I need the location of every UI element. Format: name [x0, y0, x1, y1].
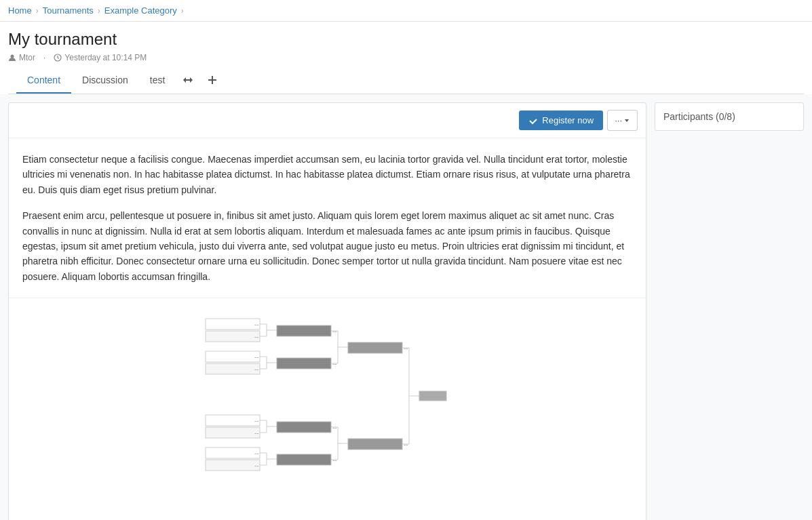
svg-text:--: -- — [254, 449, 259, 457]
tab-content[interactable]: Content — [16, 68, 71, 94]
author-meta: Mtor — [8, 53, 35, 62]
page-header: My tournament Mtor · Yesterday at 10:14 … — [0, 22, 812, 94]
sidebar: Participants (0/8) — [655, 102, 804, 520]
paragraph-1: Etiam consectetur neque a facilisis cong… — [22, 152, 632, 197]
breadcrumb-tournaments[interactable]: Tournaments — [43, 5, 94, 16]
svg-rect-52 — [348, 342, 402, 353]
svg-rect-28 — [277, 325, 331, 336]
user-icon — [8, 54, 16, 62]
checkmark-icon — [528, 116, 538, 125]
svg-rect-46 — [277, 454, 331, 465]
page-meta: Mtor · Yesterday at 10:14 PM — [8, 53, 804, 62]
svg-rect-30 — [277, 358, 331, 369]
breadcrumb: Home › Tournaments › Example Category › — [0, 0, 812, 22]
tabs-bar: Content Discussion test — [8, 68, 804, 94]
svg-rect-18 — [206, 460, 260, 471]
text-content: Etiam consectetur neque a facilisis cong… — [9, 138, 646, 298]
breadcrumb-sep-1: › — [36, 6, 39, 16]
svg-rect-4 — [206, 319, 260, 329]
svg-text:--: -- — [254, 417, 259, 424]
svg-rect-6 — [206, 331, 260, 342]
svg-rect-16 — [206, 447, 260, 458]
toolbar-row: Register now ··· — [9, 103, 646, 138]
bracket-section: -- -- -- -- -- -- -- -- — [9, 298, 646, 520]
tab-test[interactable]: test — [139, 68, 176, 94]
timestamp: Yesterday at 10:14 PM — [64, 53, 147, 62]
breadcrumb-sep-3: › — [181, 6, 184, 16]
breadcrumb-home[interactable]: Home — [8, 5, 32, 16]
svg-point-0 — [11, 55, 14, 58]
svg-rect-10 — [206, 363, 260, 374]
content-area: Register now ··· Etiam consectetur neque… — [8, 102, 646, 520]
participants-box: Participants (0/8) — [655, 102, 804, 131]
chevron-down-icon — [623, 117, 630, 124]
register-button[interactable]: Register now — [519, 111, 603, 130]
author-name: Mtor — [19, 53, 35, 62]
svg-text:--: -- — [254, 353, 259, 361]
svg-text:--: -- — [254, 321, 259, 328]
svg-rect-60 — [419, 391, 446, 401]
svg-text:--: -- — [254, 462, 259, 469]
page-title: My tournament — [8, 30, 804, 49]
breadcrumb-category: Example Category — [104, 5, 177, 16]
tab-add-icon[interactable] — [200, 69, 225, 92]
svg-text:--: -- — [254, 365, 259, 373]
svg-rect-3 — [208, 79, 216, 81]
bracket-svg: -- -- -- -- -- -- -- -- — [199, 312, 457, 520]
more-options-button[interactable]: ··· — [607, 110, 638, 131]
svg-rect-14 — [206, 427, 260, 438]
participants-title: Participants (0/8) — [663, 111, 735, 122]
paragraph-2: Praesent enim arcu, pellentesque ut posu… — [22, 208, 632, 284]
tab-arrows-icon[interactable] — [176, 68, 200, 94]
breadcrumb-sep-2: › — [98, 6, 100, 16]
svg-rect-8 — [206, 351, 260, 362]
svg-rect-54 — [348, 439, 402, 449]
timestamp-meta: Yesterday at 10:14 PM — [54, 53, 147, 62]
tab-discussion[interactable]: Discussion — [71, 68, 139, 94]
svg-text:--: -- — [254, 429, 259, 437]
svg-rect-44 — [277, 422, 331, 433]
svg-rect-12 — [206, 415, 260, 426]
clock-icon — [54, 54, 62, 62]
main-layout: Register now ··· Etiam consectetur neque… — [0, 94, 812, 520]
svg-text:--: -- — [254, 333, 259, 340]
